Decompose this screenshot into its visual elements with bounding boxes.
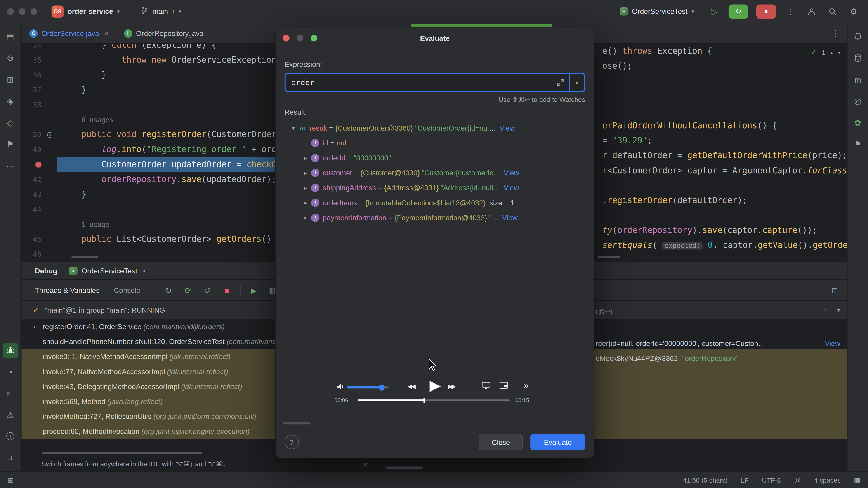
variable-row[interactable]: rder{id=null, orderId='00000000', custom… [552,336,847,351]
close-button[interactable]: Close [479,434,523,450]
rerun-icon[interactable]: ↻ [162,284,175,296]
prev-highlight-icon[interactable]: ▴ [830,50,833,55]
bookmarks-right-icon[interactable]: ⚑ [850,137,866,152]
volume-knob[interactable] [379,384,385,390]
terminal-icon[interactable]: >_ [2,386,18,401]
result-tree-row[interactable]: ▸forderItems = {ImmutableCollections$Lis… [285,195,585,210]
seek-bar[interactable] [358,399,510,401]
code-line[interactable] [598,103,847,119]
h-scrollbar[interactable] [41,452,202,454]
debug-session-tab[interactable]: OrderServiceTest × [69,266,146,275]
bookmarks-icon[interactable]: ⚑ [2,137,18,152]
code-line[interactable]: r defaultOrder = getDefaultOrderWithPric… [598,148,847,163]
expander-icon[interactable]: ▸ [301,215,310,221]
tab-options-icon[interactable]: ⋮ [831,29,847,37]
version-control-icon[interactable]: ⌗ [2,450,18,466]
minimize-dialog-button[interactable] [297,35,303,41]
settings-icon[interactable]: ⚙ [847,5,860,18]
code-line[interactable]: e() throws Exception { [598,43,847,59]
more-controls-icon[interactable]: » [524,381,528,390]
chevron-down-icon[interactable]: ▾ [837,306,840,314]
run-config-selector[interactable]: OrderServiceTest ▾ [614,3,700,20]
encoding[interactable]: UTF-8 [762,476,781,484]
annotation-icon[interactable]: @ [794,476,801,484]
status-widget-icon[interactable]: ▣ [854,476,860,484]
volume-slider[interactable] [347,386,389,388]
minimize-window-button[interactable] [19,8,25,15]
code-line[interactable]: erPaidOrderWithoutCancellations() { [598,119,847,133]
tab-threads-variables[interactable]: Threads & Variables [35,286,99,294]
history-dropdown[interactable]: ▾ [569,74,584,91]
add-watch-icon[interactable]: + [823,306,827,314]
tool-windows-icon[interactable]: ⊞ [8,476,14,484]
more-tools-icon[interactable]: ⋯ [2,158,18,174]
view-link[interactable]: View [825,339,840,348]
expander-icon[interactable]: ▸ [301,200,310,206]
reload-classes-icon[interactable]: ↺ [201,284,213,296]
result-tree-row[interactable]: ▸fshippingAddress = {Address@4031} "Addr… [285,180,585,195]
zoom-dialog-button[interactable] [311,35,317,41]
pip-icon[interactable] [499,382,508,391]
code-line[interactable]: sertEquals( expected: 0, captor.getValue… [598,238,847,253]
view-link[interactable]: View [500,124,515,132]
expander-icon[interactable]: ▸ [301,155,310,161]
more-actions-icon[interactable]: ⋮ [784,5,797,18]
code-line[interactable] [598,74,847,89]
close-icon[interactable]: × [103,29,108,37]
h-scrollbar[interactable] [283,422,310,424]
rerun-failed-tests-icon[interactable]: ⟳ [182,284,194,296]
code-line[interactable]: .registerOrder(defaultOrder); [598,193,847,208]
result-tree-row[interactable]: ▾∞result = {CustomerOrder@3360} "Custome… [285,121,585,135]
spring-icon[interactable]: ✿ [850,115,866,131]
notifications-icon[interactable] [850,29,866,44]
zoom-window-button[interactable] [31,8,37,15]
next-highlight-icon[interactable]: ▾ [838,50,840,55]
search-icon[interactable] [826,5,839,18]
debug-rerun-button[interactable]: ↻ [728,4,748,19]
seek-handle[interactable] [423,398,425,403]
tab-orderservice[interactable]: C OrderService.java × [22,23,116,43]
inspections-widget[interactable]: ✓ 1 ▴ ▾ [811,48,840,57]
expression-input[interactable]: order ▾ [285,73,585,92]
code-line[interactable] [598,89,847,103]
rewind-icon[interactable]: ◀◀ [407,383,414,390]
database-icon[interactable] [850,51,866,66]
structure-icon[interactable]: ⊞ [2,72,18,88]
breakpoint-icon[interactable] [35,162,41,168]
result-tree-row[interactable]: ▸forderId = "00000000" [285,151,585,165]
h-scrollbar[interactable] [71,256,98,258]
variable-row[interactable]: oMock$kyNu44PZ@3362} "orderRepository" [552,351,847,366]
dialog-titlebar[interactable]: Evaluate [276,28,594,48]
services-icon[interactable]: ◇ [2,115,18,131]
view-link[interactable]: View [504,169,519,177]
todo-icon[interactable]: ⓘ [2,429,18,445]
result-tree-row[interactable]: ▸fcustomer = {Customer@4030} "Customer{c… [285,165,585,180]
volume-icon[interactable] [337,383,344,392]
close-window-button[interactable] [7,8,14,15]
view-link[interactable]: View [502,214,518,222]
expander-icon[interactable]: ▸ [301,185,310,191]
user-icon[interactable] [805,5,818,18]
code-line[interactable]: r<CustomerOrder> captor = ArgumentCaptor… [598,163,847,178]
packages-icon[interactable]: ◈ [2,94,18,109]
result-tree-row[interactable]: fid = null [285,135,585,151]
stop-icon[interactable]: ■ [221,284,233,296]
stop-button[interactable]: ■ [756,4,776,19]
tab-console[interactable]: Console [114,286,141,294]
h-scrollbar[interactable] [598,256,620,258]
problems-icon[interactable]: ⚠ [2,407,18,423]
tab-orderrepository[interactable]: I OrderRepository.java [116,23,211,43]
commit-icon[interactable]: ⊚ [2,51,18,66]
play-icon[interactable]: ▶ [430,377,440,394]
code-line[interactable] [598,208,847,223]
expander-icon[interactable]: ▸ [301,170,310,176]
resume-icon[interactable]: ▶ [248,284,260,296]
project-selector[interactable]: OS order-service ▾ [46,3,125,20]
indent-config[interactable]: 4 spaces [814,476,841,484]
close-dialog-button[interactable] [283,35,289,41]
run-icon[interactable]: ▷ [708,5,721,18]
result-tree-row[interactable]: ▸fpaymentInformation = {PaymentInformati… [285,210,585,225]
maven-icon[interactable]: m [850,72,866,88]
help-button[interactable]: ? [285,435,299,449]
debug-icon[interactable] [2,343,18,358]
